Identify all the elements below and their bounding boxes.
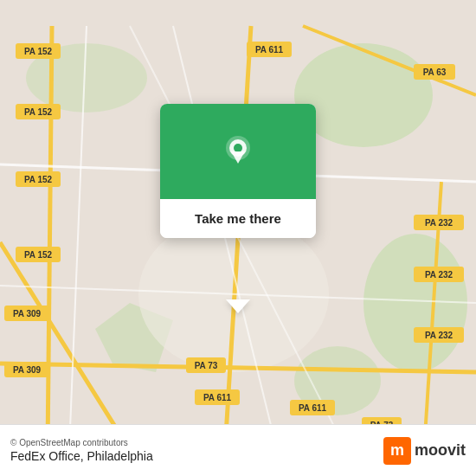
map-background: PA 152 PA 152 PA 152 PA 152 PA 611 PA 61… (0, 0, 476, 476)
popup-card: Take me there (160, 104, 316, 238)
svg-text:PA 309: PA 309 (13, 365, 42, 375)
svg-text:PA 232: PA 232 (425, 218, 453, 228)
location-pin-icon (219, 132, 257, 170)
osm-attribution: © OpenStreetMap contributors (10, 438, 153, 447)
bottom-bar: © OpenStreetMap contributors FedEx Offic… (0, 424, 476, 476)
svg-text:PA 232: PA 232 (425, 331, 453, 340)
svg-text:PA 152: PA 152 (24, 250, 53, 260)
svg-text:PA 63: PA 63 (423, 68, 447, 77)
svg-text:PA 232: PA 232 (425, 270, 453, 280)
svg-text:PA 611: PA 611 (203, 393, 232, 402)
svg-point-52 (234, 144, 242, 152)
moovit-logo-mark: m (383, 437, 411, 465)
popup-arrow (226, 299, 250, 313)
svg-text:PA 152: PA 152 (24, 175, 53, 184)
svg-text:PA 152: PA 152 (24, 47, 53, 56)
popup-header (160, 104, 316, 199)
take-me-there-button[interactable]: Take me there (160, 199, 316, 238)
moovit-logo-text: moovit (415, 441, 466, 460)
svg-text:PA 309: PA 309 (13, 309, 42, 318)
svg-text:PA 73: PA 73 (195, 361, 218, 370)
location-name: FedEx Office, Philadelphia (10, 449, 153, 463)
svg-text:PA 152: PA 152 (24, 107, 53, 117)
svg-text:PA 611: PA 611 (299, 403, 327, 413)
moovit-logo: m moovit (383, 437, 466, 465)
location-info: © OpenStreetMap contributors FedEx Offic… (10, 438, 153, 463)
map-container: PA 152 PA 152 PA 152 PA 152 PA 611 PA 61… (0, 0, 476, 476)
svg-text:PA 611: PA 611 (255, 45, 284, 55)
svg-point-2 (363, 234, 467, 372)
